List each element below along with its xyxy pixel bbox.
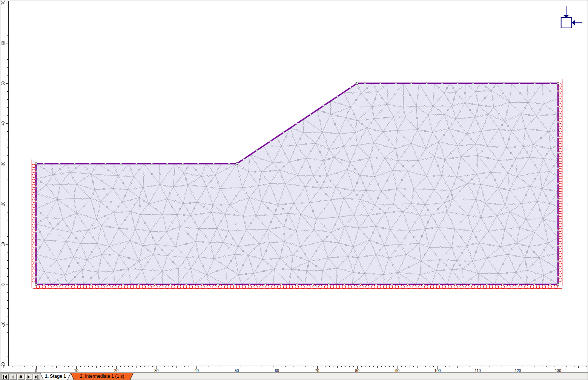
ruler-tick (582, 366, 582, 367)
ruler-tick (7, 180, 8, 180)
ruler-tick (217, 366, 217, 368)
ruler-tick (7, 228, 8, 228)
ruler-tick (16, 366, 16, 368)
ruler-tick (337, 366, 338, 368)
first-stage-button[interactable] (1, 374, 9, 380)
ruler-tick (349, 366, 350, 367)
ruler-tick (7, 67, 8, 68)
ruler-tick (470, 366, 470, 367)
ruler-tick (341, 366, 342, 367)
ruler-tick (373, 366, 374, 367)
tab-intermediate-1[interactable]: 2. Intermediate 1 (1 s) (71, 373, 134, 380)
ruler-tick (64, 366, 64, 367)
next-stage-button[interactable] (25, 374, 32, 380)
ruler-tick (566, 366, 567, 367)
ruler-tick (433, 366, 434, 367)
ruler-tick (88, 366, 89, 367)
previous-stage-icon (10, 374, 15, 380)
ruler-tick (128, 366, 129, 367)
ruler-tick (6, 325, 8, 325)
first-stage-icon (2, 374, 8, 380)
ruler-tick (233, 366, 233, 367)
ruler-tick (578, 366, 579, 368)
last-stage-icon (34, 374, 39, 380)
ruler-tick (48, 366, 48, 367)
ruler-tick (249, 366, 249, 367)
stage-number-label: # (20, 375, 22, 379)
stage-nav-cluster: # (0, 373, 40, 380)
ruler-tick (257, 366, 257, 368)
ruler-tick (241, 366, 241, 367)
ruler-tick (6, 365, 8, 365)
ruler-tick (538, 366, 538, 368)
ruler-label: -10 (2, 320, 5, 329)
ruler-tick (181, 366, 181, 367)
ruler-tick (213, 366, 213, 367)
ruler-tick (20, 366, 20, 367)
ruler-tick (7, 148, 8, 148)
ruler-tick (44, 366, 45, 367)
ruler-tick (7, 11, 8, 11)
ruler-label: 50 (2, 79, 5, 88)
ruler-tick (7, 268, 8, 269)
previous-stage-button[interactable] (9, 374, 17, 380)
ruler-tick (586, 366, 586, 367)
ruler-tick (381, 366, 382, 367)
ruler-label: 70 (2, 0, 5, 7)
ruler-tick (301, 366, 301, 367)
model-canvas[interactable] (0, 0, 588, 380)
ruler-tick (522, 366, 522, 367)
ruler-tick (321, 366, 321, 367)
ruler-tick (6, 204, 8, 204)
ruler-tick (80, 366, 81, 367)
ruler-tick (7, 308, 8, 309)
ruler-tick (201, 366, 201, 367)
ruler-tick (534, 366, 534, 367)
ruler-tick (462, 366, 462, 367)
ruler-tick (405, 366, 406, 367)
ruler-tick (285, 366, 286, 367)
tab-stage-1[interactable]: 1. Stage 1 (40, 373, 71, 380)
ruler-tick (7, 115, 8, 116)
ruler-tick (377, 366, 378, 368)
ruler-label: 20 (2, 200, 5, 208)
ruler-tick (510, 366, 510, 367)
stage-number-button[interactable]: # (17, 374, 25, 380)
ruler-tick (7, 75, 8, 75)
ruler-tick (7, 212, 8, 212)
ruler-tick (506, 366, 506, 367)
ruler-tick (253, 366, 253, 367)
ruler-tick (225, 366, 225, 367)
tab-intermediate-1-label: 2. Intermediate 1 (1 s) (71, 373, 134, 380)
ruler-tick (7, 341, 8, 341)
ruler-tick (7, 332, 8, 333)
ruler-tick (72, 366, 72, 367)
ruler-tick (6, 244, 8, 245)
ruler-tick (140, 366, 141, 367)
ruler-tick (229, 366, 229, 367)
ruler-tick (305, 366, 306, 367)
ruler-tick (189, 366, 189, 367)
ruler-tick (530, 366, 530, 367)
stage-tab-bar: # 1. Stage 1 2. (0, 372, 588, 380)
ruler-tick (554, 366, 554, 367)
ruler-tick (7, 99, 8, 100)
horizontal-ruler: 0102030405060708090100110120130 (8, 366, 588, 373)
ruler-label: -20 (2, 361, 5, 369)
ruler-tick (502, 366, 502, 367)
ruler-tick (184, 366, 185, 367)
ruler-tick (60, 366, 60, 367)
ruler-tick (526, 366, 526, 367)
vertical-ruler: -20-10010203040506070 (1, 1, 9, 366)
ruler-tick (333, 366, 333, 367)
ruler-tick (7, 276, 8, 277)
ruler-tick (7, 27, 8, 27)
ruler-tick (68, 366, 69, 367)
ruler-tick (458, 366, 458, 368)
ruler-tick (550, 366, 550, 367)
ruler-tick (361, 366, 362, 367)
ruler-label: 40 (2, 119, 5, 128)
last-stage-button[interactable] (33, 374, 40, 380)
ruler-tick (7, 107, 8, 108)
ruler-tick (12, 366, 12, 367)
